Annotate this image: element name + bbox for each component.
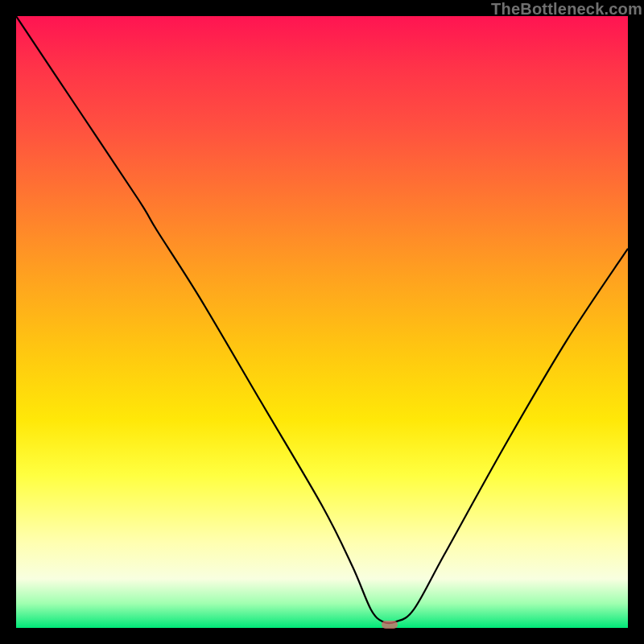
- plot-area: [16, 16, 628, 628]
- bottleneck-path: [16, 16, 628, 623]
- watermark-text: TheBottleneck.com: [491, 0, 642, 19]
- chart-container: TheBottleneck.com: [0, 0, 644, 644]
- line-curve: [16, 16, 628, 628]
- optimal-marker: [382, 621, 398, 629]
